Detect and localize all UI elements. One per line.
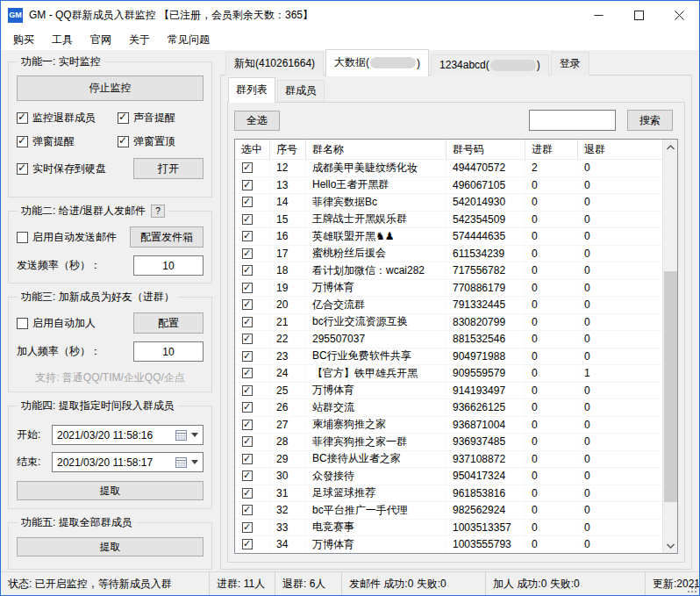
scroll-down-icon[interactable] — [663, 538, 678, 553]
table-row[interactable]: 23BC行业免费软件共享90497198800 — [235, 348, 662, 366]
checkbox-icon[interactable] — [17, 232, 28, 243]
resize-grip[interactable] — [687, 583, 697, 593]
config-mailbox-button[interactable]: 配置发件箱 — [130, 226, 204, 248]
checkbox-popup-alert[interactable]: 弹窗提醒 — [17, 134, 118, 149]
dropdown-caret-icon[interactable] — [191, 460, 198, 464]
checkbox-icon[interactable] — [17, 136, 28, 147]
header-join-count[interactable]: 进群 — [525, 140, 578, 159]
search-button[interactable]: 搜索 — [627, 110, 673, 131]
table-row[interactable]: 17蜜桃粉丝后援会61153423900 — [235, 246, 662, 263]
table-row[interactable]: 16英雄联盟开黑♞♟57444463500 — [235, 228, 662, 246]
table-row[interactable]: 29BC接待从业者之家93710887200 — [235, 451, 662, 469]
row-checkbox[interactable] — [242, 231, 253, 241]
tab-group-members[interactable]: 群成员 — [277, 80, 325, 102]
dropdown-caret-icon[interactable] — [191, 433, 198, 437]
table-row[interactable]: 19万博体育77088617900 — [235, 280, 662, 298]
row-checkbox[interactable] — [242, 351, 253, 362]
row-checkbox[interactable] — [242, 248, 253, 259]
table-row[interactable]: 21bc行业交流资源互换83082079900 — [235, 314, 662, 332]
account-tab-xinzhi[interactable]: 新知(410261664) — [225, 52, 324, 75]
header-index[interactable]: 序号 — [270, 140, 306, 159]
row-checkbox[interactable] — [242, 454, 253, 464]
account-tab-login[interactable]: 登录 — [551, 52, 589, 75]
row-checkbox[interactable] — [242, 317, 253, 327]
checkbox-icon[interactable] — [118, 112, 129, 124]
table-row[interactable]: 14菲律宾数据Bc54201493000 — [235, 194, 662, 212]
checkbox-auto-add[interactable]: 启用自动加人 — [17, 316, 96, 331]
add-rate-input[interactable] — [133, 341, 204, 362]
menu-item-buy[interactable]: 购买 — [4, 30, 43, 50]
help-button[interactable]: ? — [151, 205, 165, 218]
scrollbar-thumb[interactable] — [664, 271, 677, 502]
open-folder-button[interactable]: 打开 — [133, 158, 204, 179]
row-checkbox[interactable] — [242, 368, 253, 378]
account-tab-1234abcd[interactable]: 1234abcd( ) — [431, 54, 549, 75]
stop-monitor-button[interactable]: 停止监控 — [17, 75, 204, 101]
checkbox-icon[interactable] — [118, 136, 129, 147]
select-all-button[interactable]: 全选 — [234, 111, 280, 131]
table-row[interactable]: 13Hello王者开黑群49606710500 — [235, 177, 662, 195]
maximize-button[interactable] — [618, 1, 659, 29]
scroll-up-icon[interactable] — [663, 140, 678, 154]
close-button[interactable] — [659, 1, 699, 29]
row-checkbox[interactable] — [242, 299, 253, 310]
row-checkbox[interactable] — [242, 283, 253, 293]
checkbox-icon[interactable] — [17, 112, 28, 124]
row-checkbox[interactable] — [242, 539, 253, 549]
minimize-button[interactable] — [578, 1, 618, 29]
table-row[interactable]: 31足球篮球推荐96185381600 — [235, 485, 662, 503]
tab-group-list[interactable]: 群列表 — [228, 77, 275, 103]
menu-item-tools[interactable]: 工具 — [43, 30, 82, 50]
table-scrollbar[interactable] — [662, 140, 677, 553]
checkbox-monitor-quit[interactable]: 监控退群成员 — [17, 111, 118, 126]
row-checkbox[interactable] — [242, 180, 253, 190]
end-time-picker[interactable]: 2021/03/20 11:58:17 — [52, 452, 204, 472]
table-row[interactable]: 15王牌战士开黑娱乐群54235450900 — [235, 212, 662, 229]
account-tab-dashuju[interactable]: 大数据( ) — [325, 49, 429, 76]
checkbox-popup-topmost[interactable]: 弹窗置顶 — [118, 134, 204, 149]
table-row[interactable]: 27柬埔寨狗推之家93687100400 — [235, 417, 662, 434]
row-checkbox[interactable] — [242, 162, 253, 173]
table-row[interactable]: 18看计划加微信：wcai28271755678200 — [235, 262, 662, 280]
start-time-picker[interactable]: 2021/03/20 11:58:16 — [52, 425, 204, 445]
row-checkbox[interactable] — [242, 214, 253, 225]
extract-range-button[interactable]: 提取 — [17, 481, 204, 500]
table-row[interactable]: 30众發接待95041732400 — [235, 468, 662, 485]
row-checkbox[interactable] — [242, 334, 253, 344]
table-row[interactable]: 26站群交流93662612500 — [235, 399, 662, 417]
menu-item-faq[interactable]: 常见问题 — [159, 30, 218, 50]
table-row[interactable]: 25万博体育91419349700 — [235, 383, 662, 400]
send-rate-input[interactable] — [133, 255, 204, 276]
header-quit-count[interactable]: 退群 — [578, 140, 662, 159]
menu-item-about[interactable]: 关于 — [120, 30, 159, 50]
checkbox-sound-alert[interactable]: 声音提醒 — [118, 111, 204, 126]
table-row[interactable]: 20亿合交流群79133244500 — [235, 297, 662, 314]
table-row[interactable]: 24【官方】铁甲雄兵开黑90955957901 — [235, 365, 662, 383]
extract-all-button[interactable]: 提取 — [17, 537, 204, 557]
table-row[interactable]: 34万博体育100355579300 — [235, 536, 662, 553]
row-checkbox[interactable] — [242, 436, 253, 447]
row-checkbox[interactable] — [242, 488, 253, 499]
row-checkbox[interactable] — [242, 505, 253, 515]
search-input[interactable] — [529, 110, 616, 131]
config-add-button[interactable]: 配置 — [133, 312, 204, 334]
header-selected[interactable]: 选中 — [235, 140, 270, 159]
menu-item-website[interactable]: 官网 — [82, 30, 120, 50]
row-checkbox[interactable] — [242, 385, 253, 396]
row-checkbox[interactable] — [242, 265, 253, 276]
table-row[interactable]: 28菲律宾狗推之家一群93693748500 — [235, 434, 662, 451]
checkbox-icon[interactable] — [17, 318, 28, 329]
table-row[interactable]: 32bc平台推广一手代理98256292400 — [235, 502, 662, 520]
row-checkbox[interactable] — [242, 197, 253, 207]
row-checkbox[interactable] — [242, 522, 253, 533]
table-row[interactable]: 33电竞赛事100351335700 — [235, 520, 662, 537]
row-checkbox[interactable] — [242, 470, 253, 481]
header-group-name[interactable]: 群名称 — [306, 140, 446, 159]
row-checkbox[interactable] — [242, 420, 253, 430]
row-checkbox[interactable] — [242, 402, 253, 413]
checkbox-auto-mail[interactable]: 启用自动发送邮件 — [17, 230, 117, 245]
header-group-code[interactable]: 群号码 — [446, 140, 525, 159]
checkbox-icon[interactable] — [17, 163, 28, 175]
table-row[interactable]: 12成都美甲美睫纹绣化妆49447057220 — [235, 160, 662, 177]
table-row[interactable]: 2229550703788153254600 — [235, 331, 662, 348]
